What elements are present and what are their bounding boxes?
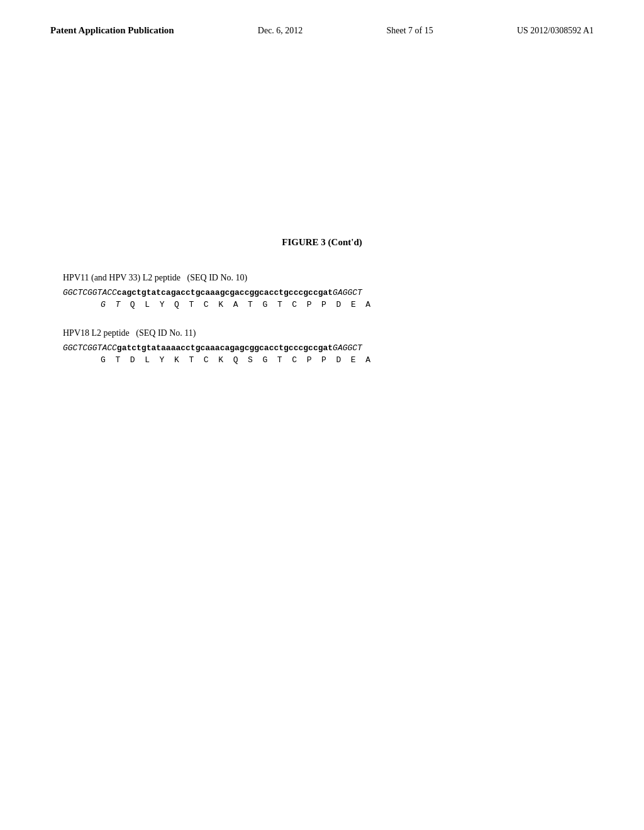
hpv11-section: HPV11 (and HPV 33) L2 peptide (SEQ ID No… — [63, 273, 581, 309]
figure-title: FIGURE 3 (Cont'd) — [63, 237, 581, 248]
hpv18-label: HPV18 L2 peptide (SEQ ID No. 11) — [63, 328, 581, 338]
page-header: Patent Application Publication Dec. 6, 2… — [50, 25, 594, 36]
page: Patent Application Publication Dec. 6, 2… — [0, 0, 644, 830]
hpv18-section: HPV18 L2 peptide (SEQ ID No. 11) GGCTCGG… — [63, 328, 581, 365]
hpv18-dna-sequence: GGCTCGGTACCgatctgtataaaacctgcaaacagagcgg… — [63, 343, 581, 353]
publication-label: Patent Application Publication — [50, 25, 174, 36]
hpv18-amino-acids: G T D L Y K T C K Q S G T C P P D E A — [101, 355, 581, 365]
sheet-info: Sheet 7 of 15 — [386, 26, 433, 36]
main-content: FIGURE 3 (Cont'd) HPV11 (and HPV 33) L2 … — [50, 237, 594, 365]
hpv11-amino-acids: G T Q L Y Q T C K A T G T C P P D E A — [101, 300, 581, 309]
publication-date: Dec. 6, 2012 — [258, 26, 303, 36]
hpv11-label: HPV11 (and HPV 33) L2 peptide (SEQ ID No… — [63, 273, 581, 283]
hpv11-dna-sequence: GGCTCGGTACCcagctgtatcagacctgcaaagcgaccgg… — [63, 288, 581, 297]
patent-number: US 2012/0308592 A1 — [517, 26, 594, 36]
